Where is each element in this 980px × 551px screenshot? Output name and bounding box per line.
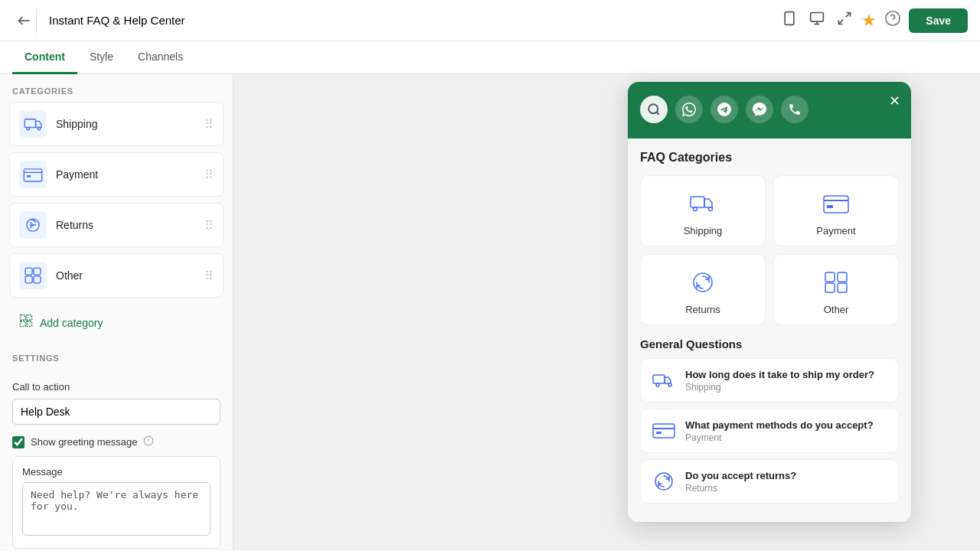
save-button[interactable]: Save [909, 8, 968, 33]
shipping-drag-handle[interactable] [204, 117, 214, 132]
topbar-right: ★ Save [861, 8, 968, 33]
faq-other-label: Other [824, 304, 849, 315]
question-text-payment: What payment methods do you accept? Paym… [685, 419, 874, 443]
responsive-icon[interactable] [837, 11, 852, 30]
svg-rect-40 [825, 272, 835, 282]
category-list: Shipping Payment [0, 102, 233, 298]
returns-category-icon [19, 211, 47, 239]
svg-rect-42 [825, 283, 835, 292]
other-category-icon [19, 262, 47, 289]
question-item-returns[interactable]: Do you accept returns? Returns [640, 459, 899, 504]
left-panel: CATEGORIES Shipping [0, 74, 234, 550]
payment-label: Payment [56, 168, 204, 181]
widget-close-button[interactable]: ✕ [889, 93, 900, 109]
svg-rect-33 [691, 197, 704, 207]
svg-point-35 [709, 207, 713, 211]
categories-header: CATEGORIES [0, 74, 233, 102]
topbar: Instant FAQ & Help Center ★ Save [0, 0, 980, 41]
returns-drag-handle[interactable] [204, 218, 214, 233]
tab-style[interactable]: Style [77, 41, 126, 74]
desktop-icon[interactable] [809, 11, 825, 30]
settings-section: Call to action Show greeting message Mes… [0, 369, 233, 550]
svg-rect-49 [656, 432, 662, 434]
payment-drag-handle[interactable] [204, 168, 214, 182]
faq-returns-icon [688, 267, 718, 298]
returns-label: Returns [56, 219, 204, 231]
faq-shipping-label: Shipping [684, 225, 723, 236]
question-item-payment[interactable]: What payment methods do you accept? Paym… [640, 409, 899, 453]
faq-card-other[interactable]: Other [773, 254, 899, 325]
question-returns-icon [652, 469, 676, 494]
widget-telegram-icon[interactable] [710, 96, 738, 123]
svg-line-5 [846, 13, 851, 18]
faq-payment-label: Payment [816, 225, 855, 236]
add-category-label: Add category [40, 317, 103, 329]
question-text-returns: Do you accept returns? Returns [685, 470, 796, 494]
other-drag-handle[interactable] [204, 269, 214, 283]
message-label: Message [22, 466, 211, 478]
svg-rect-38 [827, 205, 833, 208]
category-shipping[interactable]: Shipping [9, 102, 224, 146]
greeting-checkbox[interactable] [12, 436, 24, 448]
category-returns[interactable]: Returns [9, 203, 224, 247]
other-label: Other [56, 269, 204, 282]
question-payment-icon [652, 419, 676, 443]
tab-channels[interactable]: Channels [126, 41, 195, 74]
widget-search-icon[interactable] [640, 96, 668, 123]
app-title: Instant FAQ & Help Center [49, 14, 773, 27]
svg-rect-36 [824, 196, 848, 213]
category-other[interactable]: Other [9, 253, 224, 298]
faq-other-icon [821, 267, 851, 298]
device-switcher [782, 11, 852, 30]
svg-rect-24 [21, 315, 26, 321]
svg-rect-43 [838, 283, 847, 292]
faq-card-returns[interactable]: Returns [640, 254, 766, 325]
svg-rect-9 [19, 110, 47, 138]
general-questions-title: General Questions [640, 337, 899, 350]
faq-card-payment[interactable]: Payment [773, 175, 899, 246]
widget-header: ✕ [628, 82, 911, 139]
add-category-button[interactable]: Add category [0, 304, 233, 341]
faq-payment-icon [821, 188, 851, 219]
faq-categories-grid: Shipping Payment [640, 175, 899, 325]
widget-whatsapp-icon[interactable] [675, 96, 703, 123]
faq-card-shipping[interactable]: Shipping [640, 175, 766, 246]
svg-rect-27 [27, 321, 32, 327]
svg-rect-25 [27, 315, 32, 321]
svg-rect-2 [811, 13, 824, 22]
question-item-shipping[interactable]: How long does it take to ship my order? … [640, 358, 899, 403]
svg-rect-19 [19, 262, 47, 289]
star-icon[interactable]: ★ [861, 11, 877, 31]
svg-point-34 [694, 207, 697, 211]
widget-messenger-icon[interactable] [746, 96, 773, 123]
back-button[interactable] [12, 8, 37, 33]
svg-rect-44 [653, 375, 665, 383]
main-area: CATEGORIES Shipping [0, 74, 980, 550]
svg-rect-13 [19, 161, 47, 188]
message-textarea[interactable]: Need help? We're always here for you. [22, 482, 211, 536]
svg-rect-47 [653, 424, 675, 438]
question-text-shipping: How long does it take to ship my order? … [685, 369, 874, 393]
payment-category-icon [19, 161, 47, 188]
main-tabs: Content Style Channels [0, 41, 980, 74]
cta-input[interactable] [12, 399, 220, 425]
center-area: ✕ FAQ Categories [234, 74, 980, 550]
faq-categories-title: FAQ Categories [640, 151, 899, 165]
svg-rect-41 [838, 272, 847, 282]
svg-point-46 [668, 383, 671, 386]
faq-returns-label: Returns [685, 304, 720, 315]
category-payment[interactable]: Payment [9, 152, 224, 197]
tab-content[interactable]: Content [12, 41, 77, 74]
svg-line-32 [656, 112, 658, 114]
shipping-category-icon [19, 110, 47, 138]
help-icon[interactable] [884, 10, 901, 31]
info-icon [143, 435, 154, 448]
greeting-label: Show greeting message [31, 436, 137, 448]
widget-body: FAQ Categories Shipping [628, 139, 911, 522]
faq-shipping-icon [688, 188, 718, 219]
svg-line-6 [839, 20, 844, 24]
widget-preview: ✕ FAQ Categories [628, 82, 911, 522]
mobile-icon[interactable] [782, 11, 797, 30]
shipping-label: Shipping [56, 118, 204, 130]
widget-phone-icon[interactable] [781, 96, 808, 123]
